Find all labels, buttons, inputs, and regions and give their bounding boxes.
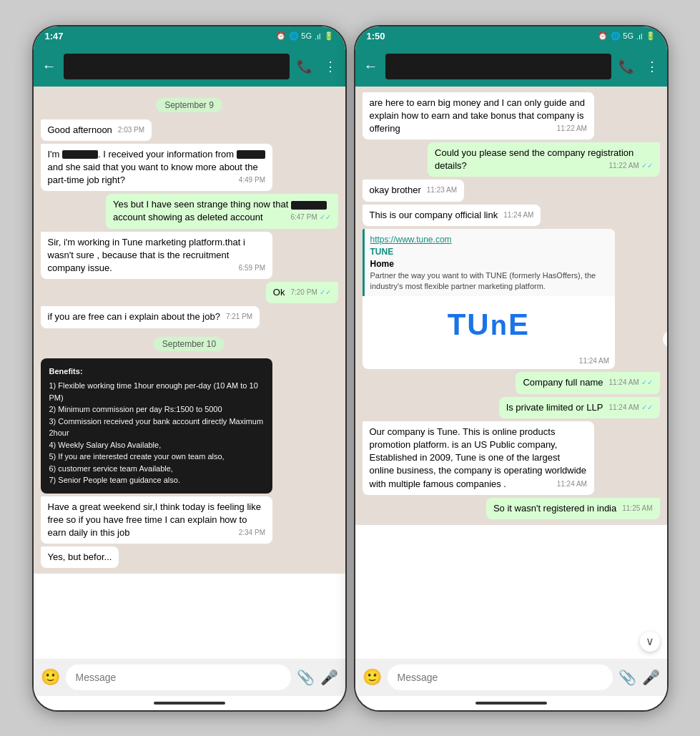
msg-time: 11:24 AM: [503, 210, 533, 220]
chat-body-1[interactable]: September 9 Good afternoon 2:03 PM I'm .…: [34, 87, 345, 574]
msg-received: Have a great weekend sir,I think today i…: [41, 496, 272, 544]
msg-time: 4:49 PM: [239, 175, 265, 185]
scroll-down-button[interactable]: ∨: [640, 632, 660, 652]
msg-time: 11:24 AM ✓✓: [608, 378, 652, 388]
msg-time: 11:22 AM ✓✓: [608, 161, 652, 171]
msg-wrapper: Yes but I have seen strange thing now th…: [41, 194, 338, 228]
lp-site: TUNE: [370, 246, 610, 258]
chat-body-2[interactable]: are here to earn big money and I can onl…: [355, 87, 667, 525]
msg-text: Ok: [273, 287, 285, 298]
phone-1: 1:47 ⏰ 🌐 5G .ıl 🔋 ← 📞 ⋮ September 9: [32, 25, 347, 712]
tune-n: n: [491, 307, 508, 345]
link-preview-header: https://www.tune.com TUNE Home Partner t…: [363, 229, 616, 297]
back-button-1[interactable]: ←: [42, 58, 56, 74]
msg-received: okay brother 11:23 AM: [363, 180, 465, 201]
msg-wrapper: are here to earn big money and I can onl…: [363, 92, 660, 140]
msg-time: 2:34 PM: [239, 528, 265, 538]
msg-wrapper: Company full name 11:24 AM ✓✓: [363, 372, 660, 393]
network-icon-2: 🌐 5G: [611, 31, 634, 41]
phone-icon-2[interactable]: 📞: [618, 59, 634, 74]
msg-text: Yes, but befor...: [48, 551, 112, 562]
msg-wrapper: I'm . I received your information from a…: [41, 144, 338, 192]
home-indicator-1: [34, 696, 345, 710]
msg-text: Our company is Tune. This is online prod…: [370, 426, 587, 489]
msg-time: 7:20 PM ✓✓: [290, 288, 330, 298]
benefit-item-4: 4) Weekly Salary Also Available,: [49, 439, 264, 451]
home-bar-1: [154, 702, 225, 705]
msg-time: 6:59 PM: [239, 263, 265, 273]
msg-sent: Could you please send the company regist…: [428, 142, 659, 177]
alarm-icon: ⏰: [276, 31, 286, 41]
msg-received: This is our company official link 11:24 …: [363, 205, 541, 226]
network-icon: 🌐 5G: [289, 31, 312, 41]
alarm-icon-2: ⏰: [598, 31, 608, 41]
msg-wrapper: Sir, i'm working in Tune marketing platf…: [41, 232, 338, 280]
mic-icon-2[interactable]: 🎤: [642, 669, 660, 686]
link-time: 11:24 AM: [363, 353, 616, 369]
header-icons-2: 📞 ⋮: [618, 59, 659, 74]
battery-icon: 🔋: [324, 31, 334, 41]
date-divider-sep9: September 9: [41, 98, 338, 111]
msg-wrapper: okay brother 11:23 AM: [363, 180, 660, 201]
msg-text: Have a great weekend sir,I think today i…: [48, 501, 261, 538]
msg-wrapper: Our company is Tune. This is online prod…: [363, 421, 660, 495]
attach-icon-2[interactable]: 📎: [618, 669, 636, 686]
link-preview-msg: https://www.tune.com TUNE Home Partner t…: [363, 229, 616, 370]
lp-title: Home: [370, 258, 610, 270]
mic-icon-1[interactable]: 🎤: [320, 669, 338, 686]
msg-wrapper: Ok 7:20 PM ✓✓: [41, 282, 338, 303]
msg-received: are here to earn big money and I can onl…: [363, 92, 594, 140]
tune-url[interactable]: https://www.tune.com: [370, 235, 452, 245]
msg-wrapper: Have a great weekend sir,I think today i…: [41, 496, 338, 544]
attach-icon-1[interactable]: 📎: [297, 669, 315, 686]
status-time-2: 1:50: [367, 31, 385, 41]
msg-time: 11:23 AM: [427, 185, 457, 195]
msg-time: 7:21 PM: [226, 312, 252, 322]
status-bar-1: 1:47 ⏰ 🌐 5G .ıl 🔋: [34, 26, 345, 46]
message-input-1[interactable]: [66, 664, 291, 690]
msg-time: 11:24 AM ✓✓: [608, 403, 652, 413]
msg-received: if you are free can i explain about the …: [41, 306, 260, 328]
tune-e: E: [508, 308, 530, 341]
menu-icon-1[interactable]: ⋮: [324, 59, 337, 74]
msg-wrapper: Good afternoon 2:03 PM: [41, 119, 338, 141]
msg-time: 11:25 AM: [622, 504, 652, 514]
home-bar-2: [475, 702, 547, 705]
tune-t: T: [448, 308, 468, 341]
forward-button[interactable]: ↪: [663, 330, 667, 348]
benefit-item-6: 6) customer service team Available,: [49, 463, 264, 475]
status-icons-1: ⏰ 🌐 5G .ıl 🔋: [276, 31, 333, 41]
date-divider-sep10: September 10: [41, 337, 338, 350]
msg-wrapper: Could you please send the company regist…: [363, 142, 660, 177]
tune-logo-area: TUnE: [363, 296, 616, 353]
msg-time: 11:22 AM: [557, 124, 587, 134]
benefit-item-2: 2) Minimum commission per day Rs:1500 to…: [49, 403, 264, 416]
status-icons-2: ⏰ 🌐 5G .ıl 🔋: [598, 31, 655, 41]
emoji-icon-2[interactable]: 🙂: [363, 668, 382, 687]
msg-wrapper: Yes, but befor...: [41, 546, 338, 568]
chat-body-wrapper-1: September 9 Good afternoon 2:03 PM I'm .…: [34, 87, 345, 659]
msg-text: Company full name: [523, 377, 603, 388]
emoji-icon-1[interactable]: 🙂: [41, 668, 60, 687]
benefit-item-7: 7) Senior People team guidance also.: [49, 474, 264, 486]
msg-received: Sir, i'm working in Tune marketing platf…: [41, 232, 272, 280]
msg-text: Sir, i'm working in Tune marketing platf…: [48, 237, 245, 273]
msg-text: I'm . I received your information from a…: [48, 149, 265, 185]
status-time-1: 1:47: [45, 31, 64, 41]
msg-received: Good afternoon 2:03 PM: [41, 119, 152, 141]
chat-body-wrapper-2: are here to earn big money and I can onl…: [355, 87, 667, 659]
phone-icon-1[interactable]: 📞: [297, 59, 312, 74]
chat-header-2: ← 📞 ⋮: [355, 46, 667, 87]
tune-u: U: [467, 308, 490, 341]
back-button-2[interactable]: ←: [364, 58, 378, 74]
header-icons-1: 📞 ⋮: [297, 59, 337, 74]
home-indicator-2: [355, 696, 667, 710]
tune-logo: TUnE: [448, 304, 530, 346]
msg-wrapper: So it wasn't registered in india 11:25 A…: [363, 498, 660, 519]
message-input-2[interactable]: [388, 664, 613, 690]
menu-icon-2[interactable]: ⋮: [646, 59, 659, 74]
contact-name-redacted-1: [64, 54, 290, 79]
msg-sent: Yes but I have seen strange thing now th…: [106, 194, 337, 228]
benefits-card: Benefits: 1) Flexible working time 1hour…: [41, 358, 272, 494]
msg-wrapper: Is private limited or LLP 11:24 AM ✓✓: [363, 397, 660, 418]
